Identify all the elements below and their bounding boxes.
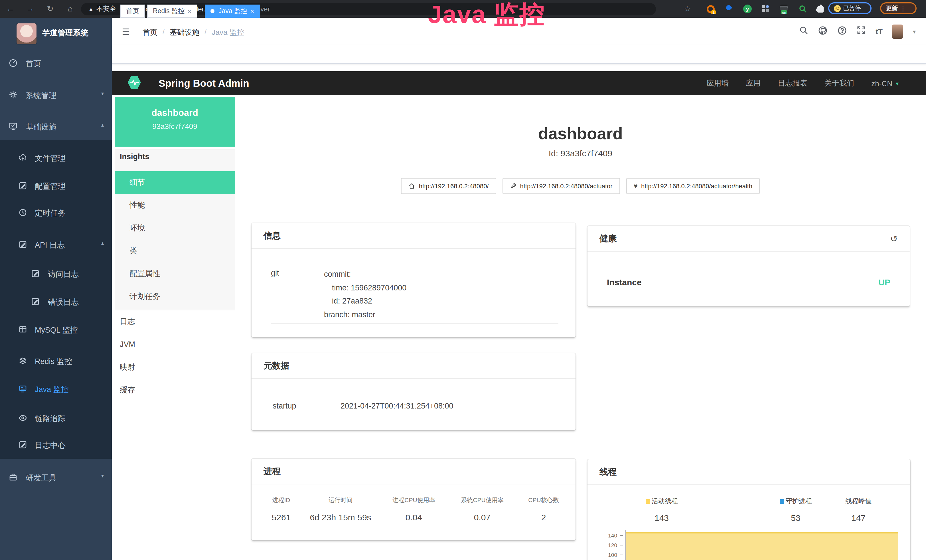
instance-id: 93a3fc7f7409 bbox=[115, 118, 235, 131]
sidebar-item-scheduled-task[interactable]: 定时任务 bbox=[0, 198, 112, 227]
breadcrumb-infra[interactable]: 基础设施 bbox=[170, 27, 199, 38]
sidebar-item-access-log[interactable]: 访问日志 bbox=[0, 259, 112, 288]
threads-card-title: 线程 bbox=[599, 466, 617, 477]
sidebar-item-mysql-monitor[interactable]: MySQL 监控 bbox=[0, 315, 112, 344]
extensions-puzzle-icon[interactable] bbox=[817, 5, 825, 13]
extension-tabs-on-icon[interactable]: on bbox=[780, 5, 788, 13]
sba-menu-config-props[interactable]: 配置属性 bbox=[115, 262, 235, 285]
breadcrumb-home[interactable]: 首页 bbox=[142, 27, 157, 38]
extension-magnifier-icon[interactable] bbox=[799, 5, 807, 13]
fullscreen-icon[interactable] bbox=[857, 26, 866, 37]
extension-pin-icon[interactable] bbox=[724, 5, 733, 13]
stat-peak-threads: 线程峰值 147 bbox=[827, 497, 890, 523]
stat-system-cpu: 系统CPU使用率 0.07 bbox=[449, 496, 515, 522]
sba-locale-select[interactable]: zh-CN ▾ bbox=[871, 79, 899, 88]
instance-header: dashboard 93a3fc7f7409 bbox=[115, 97, 235, 147]
legend-yellow-square bbox=[645, 499, 650, 504]
close-tab-icon[interactable]: × bbox=[188, 7, 191, 15]
extension-orange-icon[interactable]: 1 bbox=[706, 5, 715, 13]
table-grid-icon bbox=[18, 325, 27, 334]
sidebar-item-system[interactable]: 系统管理 ▾ bbox=[0, 80, 112, 109]
actuator-url-link[interactable]: http://192.168.0.2:48080/actuator bbox=[502, 178, 620, 194]
bookmark-star-icon[interactable]: ☆ bbox=[681, 0, 694, 18]
wrench-icon bbox=[510, 183, 517, 189]
sba-menu-logs[interactable]: 日志 bbox=[115, 310, 235, 333]
not-secure-label: 不安全 bbox=[96, 5, 116, 13]
sidebar-item-java-monitor[interactable]: Java 监控 bbox=[0, 374, 112, 403]
history-icon[interactable]: ↺ bbox=[890, 233, 898, 244]
health-url-link[interactable]: ♥ http://192.168.0.2:48080/actuator/heal… bbox=[626, 178, 760, 194]
help-icon[interactable] bbox=[837, 26, 847, 37]
extension-on-badge: on bbox=[781, 10, 787, 14]
health-instance-label: Instance bbox=[607, 277, 642, 287]
browser-forward-icon[interactable]: → bbox=[24, 0, 36, 18]
browser-menu-kebab-icon[interactable]: ⋮ bbox=[900, 5, 906, 12]
log-edit-icon bbox=[18, 440, 27, 449]
sidebar-item-home[interactable]: 首页 bbox=[0, 48, 112, 77]
browser-reload-icon[interactable]: ↻ bbox=[44, 0, 56, 18]
paused-label: 已暂停 bbox=[843, 4, 861, 12]
health-card: 健康 ↺ Instance UP bbox=[587, 226, 910, 306]
browser-back-icon[interactable]: ← bbox=[4, 0, 17, 18]
extension-y-icon[interactable]: y bbox=[743, 5, 752, 13]
sba-nav-about[interactable]: 关于我们 bbox=[825, 78, 854, 88]
sidebar-item-file-manage[interactable]: 文件管理 bbox=[0, 143, 112, 172]
sba-menu-details[interactable]: 细节 bbox=[115, 171, 235, 194]
instance-links: http://192.168.0.2:48080/ http://192.168… bbox=[235, 178, 926, 194]
sba-main: dashboard Id: 93a3fc7f7409 http://192.16… bbox=[235, 96, 926, 560]
font-size-icon[interactable]: tT bbox=[876, 27, 883, 36]
sba-nav-applications[interactable]: 应用 bbox=[746, 78, 761, 88]
sidebar-item-config-manage[interactable]: 配置管理 bbox=[0, 171, 112, 200]
stat-live-threads: 活动线程 143 bbox=[622, 497, 702, 523]
sba-menu-classes[interactable]: 类 bbox=[115, 240, 235, 262]
stat-uptime: 运行时间 6d 23h 15m 59s bbox=[303, 496, 378, 522]
breadcrumb: 首页 / 基础设施 / Java 监控 bbox=[142, 27, 244, 38]
extension-grid-icon[interactable] bbox=[761, 5, 770, 13]
sidebar-item-error-log[interactable]: 错误日志 bbox=[0, 287, 112, 316]
sidebar-item-infra[interactable]: 基础设施 ▴ bbox=[0, 112, 112, 140]
sidebar-item-log-center[interactable]: 日志中心 bbox=[0, 430, 112, 459]
hamburger-icon[interactable]: ☰ bbox=[122, 27, 130, 37]
process-stats: 进程ID 5261 运行时间 6d 23h 15m 59s 进程CPU使用率 0… bbox=[260, 496, 572, 522]
sba-nav: 应用墙 应用 日志报表 关于我们 zh-CN ▾ bbox=[707, 78, 899, 88]
edit-square-icon bbox=[18, 181, 27, 190]
service-url-link[interactable]: http://192.168.0.2:48080/ bbox=[401, 178, 496, 194]
extension-badge: 1 bbox=[711, 10, 716, 14]
insights-section-label: Insights bbox=[120, 152, 150, 161]
avatar-caret-down-icon[interactable]: ▾ bbox=[913, 28, 916, 35]
sba-menu-caches[interactable]: 缓存 bbox=[115, 379, 235, 402]
close-tab-icon[interactable]: × bbox=[250, 7, 254, 15]
emoji-face-icon: ☺ bbox=[834, 5, 841, 12]
search-icon[interactable] bbox=[799, 26, 808, 37]
tab-home[interactable]: 首页 bbox=[120, 5, 145, 18]
log-edit-icon bbox=[31, 297, 40, 306]
stat-cpu-cores: CPU核心数 2 bbox=[515, 496, 572, 522]
sba-nav-journal[interactable]: 日志报表 bbox=[778, 78, 807, 88]
tags-view-bar bbox=[112, 45, 926, 64]
page-title: dashboard bbox=[235, 124, 926, 143]
process-card-title: 进程 bbox=[263, 466, 281, 477]
github-icon[interactable] bbox=[818, 26, 828, 37]
sba-menu-mappings[interactable]: 映射 bbox=[115, 356, 235, 379]
chevron-down-icon: ▾ bbox=[101, 91, 104, 97]
y-tick-100: 100 bbox=[600, 552, 617, 558]
browser-home-icon[interactable]: ⌂ bbox=[64, 0, 76, 18]
sba-nav-wallboard[interactable]: 应用墙 bbox=[707, 78, 729, 88]
metadata-row-value: 2021-04-27T00:44:31.254+08:00 bbox=[340, 402, 454, 410]
sidebar-item-redis-monitor[interactable]: Redis 监控 bbox=[0, 346, 112, 375]
sidebar-item-api-log[interactable]: API 日志 ▴ bbox=[0, 230, 112, 259]
media-paused-chip[interactable]: ☺ 已暂停 bbox=[828, 2, 872, 14]
sba-menu-metrics[interactable]: 性能 bbox=[115, 194, 235, 217]
sba-menu-jvm[interactable]: JVM bbox=[115, 333, 235, 356]
sidebar-item-trace[interactable]: 链路追踪 bbox=[0, 403, 112, 432]
update-label: 更新 bbox=[886, 4, 898, 12]
sba-brand-title: Spring Boot Admin bbox=[159, 77, 249, 89]
sba-menu-environment[interactable]: 环境 bbox=[115, 217, 235, 240]
instance-name: dashboard bbox=[115, 97, 235, 118]
sba-menu-scheduled-tasks[interactable]: 计划任务 bbox=[115, 285, 235, 308]
tab-java-monitor[interactable]: Java 监控 × bbox=[205, 5, 260, 18]
browser-update-button[interactable]: 更新 ⋮ bbox=[880, 2, 917, 14]
sidebar-item-devtools[interactable]: 研发工具 ▾ bbox=[0, 463, 112, 491]
user-avatar[interactable] bbox=[892, 24, 903, 38]
tab-redis-monitor[interactable]: Redis 监控 × bbox=[147, 5, 197, 18]
